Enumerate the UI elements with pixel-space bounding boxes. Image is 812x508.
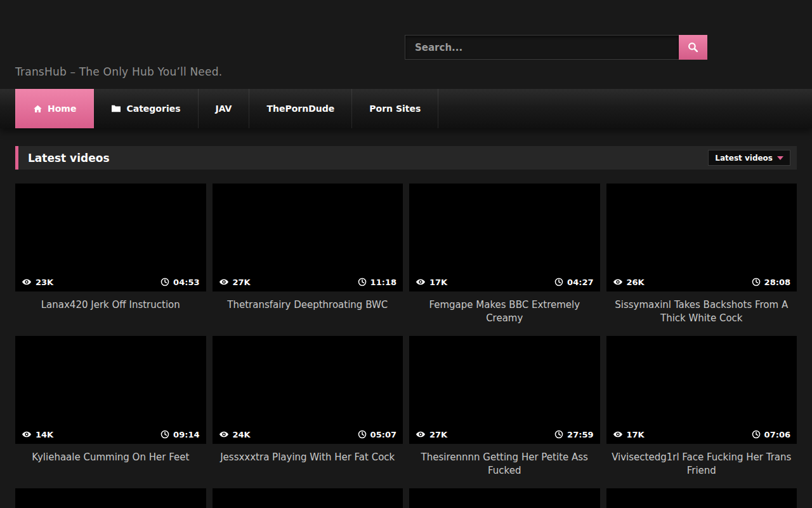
duration-value: 09:14 bbox=[173, 430, 199, 439]
video-card[interactable]: 24K 05:07 Jessxxxtra Playing With Her Fa… bbox=[213, 336, 403, 488]
nav-item-label: JAV bbox=[216, 104, 232, 114]
search-icon bbox=[687, 41, 699, 53]
duration-stat: 05:07 bbox=[358, 430, 396, 439]
video-thumbnail[interactable] bbox=[15, 488, 206, 508]
video-thumbnail[interactable]: 17K 07:06 bbox=[606, 336, 797, 444]
video-title[interactable]: Sissymaxinl Takes Backshots From A Thick… bbox=[606, 298, 797, 325]
duration-stat: 04:27 bbox=[554, 277, 593, 287]
video-card[interactable]: 27K 11:18 Thetransfairy Deepthroating BW… bbox=[213, 184, 403, 336]
views-count: 14K bbox=[36, 430, 53, 439]
eye-icon bbox=[219, 277, 229, 287]
clock-icon bbox=[358, 430, 367, 439]
eye-icon bbox=[416, 429, 426, 439]
clock-icon bbox=[752, 277, 761, 286]
video-thumbnail[interactable] bbox=[213, 488, 403, 508]
nav-item-home[interactable]: Home bbox=[15, 89, 94, 128]
duration-value: 28:08 bbox=[764, 277, 790, 287]
video-title[interactable]: Jessxxxtra Playing With Her Fat Cock bbox=[213, 451, 403, 464]
video-thumbnail[interactable]: 17K 04:27 bbox=[409, 184, 600, 291]
video-thumbnail[interactable]: 24K 05:07 bbox=[213, 336, 403, 444]
clock-icon bbox=[160, 277, 169, 286]
duration-value: 11:18 bbox=[370, 277, 396, 287]
search-button[interactable] bbox=[679, 35, 707, 60]
video-stats-bar: 24K 05:07 bbox=[213, 425, 403, 444]
sort-dropdown[interactable]: Latest videos bbox=[708, 150, 790, 166]
section-header: Latest videos Latest videos bbox=[15, 146, 797, 170]
video-title[interactable]: Femgape Makes BBC Extremely Creamy bbox=[409, 298, 600, 325]
site-header: TransHub – The Only Hub You’ll Need. bbox=[0, 0, 812, 89]
clock-icon bbox=[554, 277, 563, 286]
eye-icon bbox=[613, 277, 623, 287]
video-stats-bar: 17K 04:27 bbox=[409, 272, 600, 291]
video-stats-bar: 27K 11:18 bbox=[213, 272, 403, 291]
duration-value: 04:53 bbox=[173, 277, 199, 287]
duration-value: 05:07 bbox=[370, 430, 396, 439]
duration-stat: 27:59 bbox=[554, 430, 593, 439]
nav-item-label: Porn Sites bbox=[369, 104, 421, 114]
duration-stat: 09:14 bbox=[160, 430, 199, 439]
nav-item-theporndude[interactable]: ThePornDude bbox=[249, 89, 352, 128]
views-stat: 23K bbox=[22, 277, 53, 287]
search-input[interactable] bbox=[405, 35, 679, 60]
video-stats-bar: 26K 28:08 bbox=[606, 272, 797, 291]
eye-icon bbox=[613, 429, 623, 439]
eye-icon bbox=[22, 429, 32, 439]
nav-item-porn-sites[interactable]: Porn Sites bbox=[352, 89, 438, 128]
search-form bbox=[405, 35, 707, 60]
main-content: Latest videos Latest videos 23K bbox=[0, 146, 812, 508]
video-title[interactable]: Vivisectedg1rl Face Fucking Her Trans Fr… bbox=[606, 451, 797, 478]
views-count: 27K bbox=[429, 430, 447, 439]
views-stat: 14K bbox=[22, 429, 53, 439]
video-card[interactable]: 26K 28:08 Sissymaxinl Takes Backshots Fr… bbox=[606, 184, 797, 336]
video-thumbnail[interactable]: 27K 27:59 bbox=[409, 336, 600, 444]
video-thumbnail[interactable] bbox=[606, 488, 797, 508]
video-thumbnail[interactable]: 23K 04:53 bbox=[15, 184, 206, 291]
video-thumbnail[interactable]: 27K 11:18 bbox=[213, 184, 403, 291]
video-card[interactable]: 27K 27:59 Thesirennnn Getting Her Petite… bbox=[409, 336, 600, 488]
eye-icon bbox=[219, 429, 229, 439]
video-title[interactable]: Thesirennnn Getting Her Petite Ass Fucke… bbox=[409, 451, 600, 478]
chevron-down-icon bbox=[777, 156, 783, 160]
nav-item-label: Categories bbox=[126, 104, 180, 114]
video-stats-bar: 14K 09:14 bbox=[15, 425, 206, 444]
nav-item-categories[interactable]: Categories bbox=[94, 89, 198, 128]
views-count: 27K bbox=[233, 277, 251, 287]
views-count: 23K bbox=[36, 277, 53, 287]
clock-icon bbox=[554, 430, 563, 439]
video-stats-bar: 27K 27:59 bbox=[409, 425, 600, 444]
sort-dropdown-label: Latest videos bbox=[715, 154, 773, 163]
home-icon bbox=[33, 104, 43, 114]
video-card[interactable]: 14K 09:14 Kyliehaale Cumming On Her Feet bbox=[15, 336, 206, 488]
views-count: 17K bbox=[429, 277, 447, 287]
clock-icon bbox=[160, 430, 169, 439]
duration-stat: 28:08 bbox=[752, 277, 790, 287]
video-title[interactable]: Lanax420 Jerk Off Instruction bbox=[15, 298, 206, 312]
video-thumbnail[interactable]: 26K 28:08 bbox=[606, 184, 797, 291]
video-thumbnail[interactable] bbox=[409, 488, 600, 508]
video-title[interactable]: Kyliehaale Cumming On Her Feet bbox=[15, 451, 206, 464]
video-card[interactable]: 17K 07:06 Vivisectedg1rl Face Fucking He… bbox=[606, 336, 797, 488]
video-card[interactable]: 17K 04:27 Femgape Makes BBC Extremely Cr… bbox=[409, 184, 600, 336]
views-count: 26K bbox=[627, 277, 645, 287]
clock-icon bbox=[358, 277, 367, 286]
nav-item-label: ThePornDude bbox=[266, 104, 334, 114]
duration-stat: 07:06 bbox=[752, 430, 790, 439]
eye-icon bbox=[416, 277, 426, 287]
video-thumbnail[interactable]: 14K 09:14 bbox=[15, 336, 206, 444]
duration-value: 07:06 bbox=[764, 430, 790, 439]
clock-icon bbox=[752, 430, 761, 439]
video-grid-partial bbox=[15, 488, 797, 508]
main-nav: Home Categories JAV ThePornDude Porn Sit… bbox=[0, 89, 812, 128]
views-count: 17K bbox=[627, 430, 645, 439]
site-tagline: TransHub – The Only Hub You’ll Need. bbox=[15, 65, 222, 78]
video-grid: 23K 04:53 Lanax420 Jerk Off Instruction bbox=[15, 184, 797, 488]
eye-icon bbox=[22, 277, 32, 287]
duration-value: 27:59 bbox=[567, 430, 593, 439]
video-card[interactable]: 23K 04:53 Lanax420 Jerk Off Instruction bbox=[15, 184, 206, 336]
folder-icon bbox=[111, 104, 121, 113]
video-title[interactable]: Thetransfairy Deepthroating BWC bbox=[213, 298, 403, 312]
views-count: 24K bbox=[233, 430, 251, 439]
duration-stat: 11:18 bbox=[358, 277, 396, 287]
nav-item-jav[interactable]: JAV bbox=[199, 89, 250, 128]
views-stat: 17K bbox=[416, 277, 447, 287]
